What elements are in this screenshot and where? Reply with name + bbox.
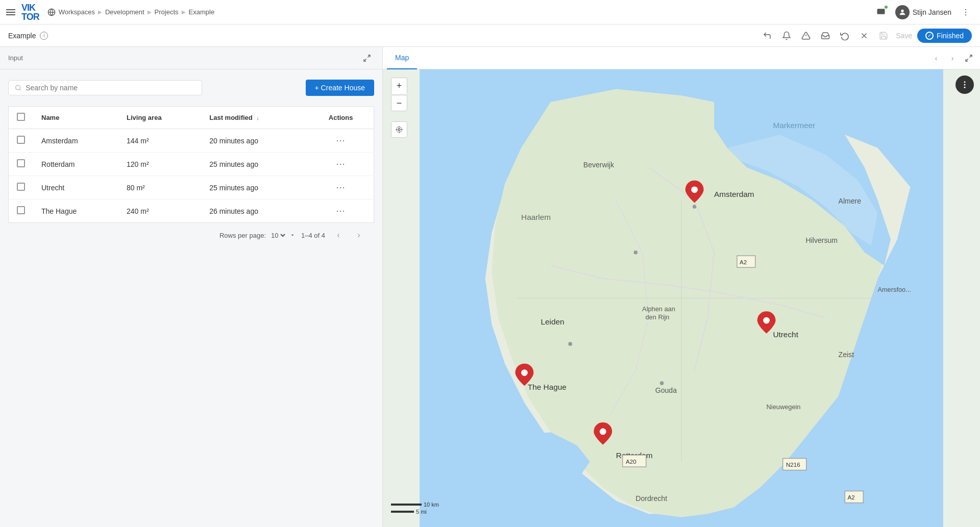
select-all-checkbox[interactable] [17, 113, 25, 121]
map-prev-button[interactable]: ‹ [929, 51, 943, 65]
row-actions-button[interactable]: ··· [336, 182, 346, 193]
panel-expand-icon[interactable] [360, 51, 374, 65]
row-checkbox[interactable] [17, 159, 25, 167]
zoom-out-button[interactable]: − [391, 95, 407, 111]
notification-dot [884, 5, 888, 9]
menu-icon[interactable] [6, 9, 15, 15]
table-body: Amsterdam 144 m² 20 minutes ago ··· Rott… [9, 129, 374, 223]
breadcrumb-example-label: Example [189, 8, 215, 16]
table-row: The Hague 240 m² 26 minutes ago ··· [9, 199, 374, 223]
svg-text:Leiden: Leiden [541, 317, 564, 326]
finished-label: Finished [937, 32, 964, 40]
breadcrumb-development-label: Development [105, 8, 144, 16]
svg-text:den Rijn: den Rijn [646, 313, 670, 321]
breadcrumb-sep-1: ▶ [98, 9, 102, 15]
svg-text:Dordrecht: Dordrecht [635, 494, 667, 503]
notifications-icon[interactable] [873, 4, 889, 20]
breadcrumb-development[interactable]: Development [105, 8, 144, 16]
breadcrumb-projects[interactable]: Projects [155, 8, 179, 16]
pagination-info: 1–4 of 4 [301, 232, 325, 239]
svg-point-22 [568, 342, 572, 346]
search-icon [15, 84, 21, 91]
search-input[interactable] [26, 84, 195, 92]
svg-text:A2: A2 [740, 259, 747, 265]
row-name: The Hague [33, 199, 118, 223]
top-nav: VIK TOR Workspaces ▶ Development ▶ Proje… [0, 0, 980, 24]
row-checkbox[interactable] [17, 183, 25, 191]
warning-icon[interactable] [799, 29, 813, 43]
breadcrumb-example[interactable]: Example [189, 8, 215, 16]
svg-point-3 [901, 9, 903, 12]
history-icon[interactable] [838, 29, 852, 43]
info-icon[interactable]: i [40, 32, 48, 40]
svg-point-50 [691, 186, 698, 193]
finished-button[interactable]: ✓ Finished [917, 29, 972, 43]
map-expand-icon[interactable] [962, 51, 976, 65]
rows-per-page-select[interactable]: 10 25 50 [269, 231, 287, 240]
row-checkbox[interactable] [17, 136, 25, 144]
svg-text:Hilversum: Hilversum [805, 236, 838, 244]
next-page-button[interactable]: › [352, 228, 366, 242]
header-last-modified[interactable]: Last modified ↓ [201, 107, 308, 129]
rows-per-page: Rows per page: 10 25 50 [219, 231, 295, 240]
svg-point-24 [660, 381, 664, 385]
header-living-area: Living area [118, 107, 201, 129]
undo-icon[interactable] [760, 29, 774, 43]
row-actions-button[interactable]: ··· [336, 159, 346, 169]
svg-point-4 [965, 9, 966, 10]
row-actions-button[interactable]: ··· [336, 135, 346, 146]
search-box[interactable] [8, 80, 202, 95]
table-row: Utrecht 80 m² 25 minutes ago ··· [9, 176, 374, 199]
svg-line-12 [364, 59, 366, 61]
row-actions: ··· [308, 129, 374, 153]
row-actions: ··· [308, 199, 374, 223]
prev-page-button[interactable]: ‹ [331, 228, 346, 242]
row-living-area: 120 m² [118, 153, 201, 176]
header-name: Name [33, 107, 118, 129]
svg-point-54 [398, 129, 400, 131]
svg-point-56 [964, 81, 966, 83]
row-checkbox-cell [9, 153, 34, 176]
row-checkbox-cell [9, 199, 34, 223]
row-checkbox-cell [9, 129, 34, 153]
user-area[interactable]: Stijn Jansen [895, 5, 951, 19]
close-icon[interactable] [857, 29, 871, 43]
map-next-button[interactable]: › [945, 51, 960, 65]
svg-text:Beverwijk: Beverwijk [583, 161, 615, 169]
bell-icon[interactable] [779, 29, 794, 43]
breadcrumb-projects-label: Projects [155, 8, 179, 16]
svg-rect-2 [877, 9, 885, 14]
map-scale: 10 km 5 mi [391, 501, 439, 515]
more-options-icon[interactable] [958, 4, 974, 20]
locate-button[interactable] [391, 121, 407, 138]
tab-map[interactable]: Map [387, 47, 417, 69]
svg-point-5 [965, 11, 966, 12]
nav-right: Stijn Jansen [873, 4, 974, 20]
app-logo: VIK TOR [21, 3, 39, 21]
svg-line-14 [19, 89, 20, 90]
row-checkbox[interactable] [17, 206, 25, 214]
breadcrumb-workspaces-label: Workspaces [59, 8, 95, 16]
sub-header-title: Example [8, 32, 36, 40]
left-panel: Input + Create House Na [0, 47, 383, 527]
table-area: + Create House Name Living area Last mod… [0, 69, 382, 527]
create-house-button[interactable]: + Create House [306, 80, 374, 96]
sort-icon: ↓ [256, 115, 259, 121]
inbox-icon[interactable] [818, 29, 832, 43]
svg-text:Utrecht: Utrecht [773, 330, 798, 339]
header-checkbox-col [9, 107, 34, 129]
breadcrumb-workspaces[interactable]: Workspaces [47, 8, 95, 16]
row-last-modified: 20 minutes ago [201, 129, 308, 153]
breadcrumb: Workspaces ▶ Development ▶ Projects ▶ Ex… [47, 8, 214, 16]
svg-text:Almere: Almere [839, 197, 862, 205]
scale-label-mi: 5 mi [416, 509, 427, 515]
svg-point-6 [965, 14, 966, 15]
map-more-button[interactable] [955, 76, 974, 94]
row-actions-button[interactable]: ··· [336, 206, 346, 216]
zoom-in-button[interactable]: + [391, 78, 407, 94]
save-button[interactable]: Save [896, 32, 912, 40]
tab-map-label: Map [395, 54, 409, 62]
map-container[interactable]: Haarlem Markermeer Amsterdam Leiden Alph… [383, 69, 980, 527]
globe-icon [47, 8, 56, 16]
map-controls: + − [391, 78, 407, 138]
